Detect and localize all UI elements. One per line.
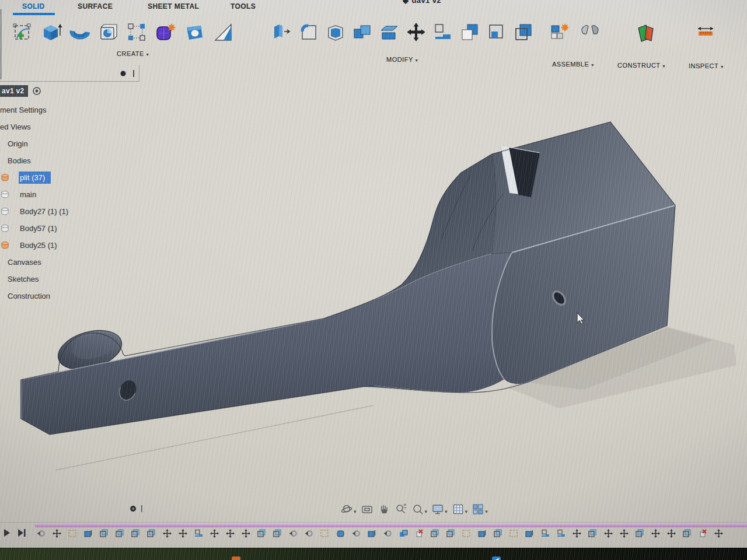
press-pull-icon[interactable] <box>271 20 293 44</box>
create-sketch-icon[interactable] <box>12 20 34 44</box>
create-dropdown-label[interactable]: CREATE <box>117 50 149 57</box>
new-component-icon[interactable] <box>549 20 571 44</box>
nav-tool[interactable] <box>340 503 357 518</box>
viewport-marker-top[interactable] <box>121 70 135 77</box>
assemble-dropdown-label[interactable]: ASSEMBLE <box>552 61 594 68</box>
construction-plane-icon[interactable] <box>635 20 657 44</box>
browser-tree-item[interactable]: Sketches <box>0 271 140 288</box>
timeline-sketch-feature-icon[interactable] <box>320 528 330 538</box>
timeline-sketch-feature-icon[interactable] <box>509 528 519 538</box>
timeline-move-feature-icon[interactable] <box>225 528 235 538</box>
replace-face-icon[interactable] <box>459 20 481 44</box>
timeline-move-feature-icon[interactable] <box>714 528 724 538</box>
tab-solid[interactable]: SOLID <box>22 2 45 10</box>
modify-dropdown-label[interactable]: MODIFY <box>386 56 418 63</box>
viewport-marker-bottom[interactable] <box>130 505 142 512</box>
display-settings-icon[interactable] <box>431 503 444 518</box>
timeline-undo-feature-icon[interactable] <box>288 528 298 538</box>
caret-down-icon[interactable] <box>445 505 448 516</box>
tab-tools[interactable]: TOOLS <box>231 2 256 10</box>
caret-down-icon[interactable] <box>425 505 428 516</box>
timeline-sketch-feature-icon[interactable] <box>462 528 472 538</box>
browser-root-component[interactable]: av1 v2 <box>0 85 41 97</box>
timeline-move-feature-icon[interactable] <box>178 528 188 538</box>
hole-icon[interactable] <box>183 20 205 44</box>
sweep-icon[interactable] <box>97 20 120 44</box>
timeline-move-feature-icon[interactable] <box>603 528 613 538</box>
thicken-icon[interactable] <box>512 20 535 44</box>
timeline-sketch-feature-icon[interactable] <box>68 528 78 538</box>
timeline-copy-feature-icon[interactable] <box>446 528 456 538</box>
browser-tree-item[interactable]: plit (37) <box>0 169 140 186</box>
timeline-copy-feature-icon[interactable] <box>146 528 156 538</box>
nav-tool[interactable] <box>452 503 468 518</box>
pan-icon[interactable] <box>378 503 390 518</box>
timeline-move-feature-icon[interactable] <box>666 528 676 538</box>
zoom-icon[interactable] <box>395 503 407 518</box>
timeline-revolve-feature-icon[interactable] <box>336 528 345 538</box>
split-body-icon[interactable] <box>378 20 400 44</box>
fit-icon[interactable] <box>411 503 424 518</box>
combine-icon[interactable] <box>351 20 374 44</box>
timeline-move-feature-icon[interactable] <box>241 528 251 538</box>
pattern-icon[interactable] <box>126 20 148 44</box>
timeline-copy-feature-icon[interactable] <box>635 528 645 538</box>
timeline-extrude-feature-icon[interactable] <box>367 528 377 538</box>
timeline-copy-feature-icon[interactable] <box>588 528 598 538</box>
browser-tree-item[interactable]: Body25 (1) <box>0 237 140 254</box>
browser-tree-item[interactable]: Body27 (1) (1) <box>0 203 140 220</box>
caret-down-icon[interactable] <box>485 505 488 516</box>
partial-icon[interactable] <box>732 20 747 44</box>
revolve-icon[interactable] <box>69 20 91 44</box>
offset-face-icon[interactable] <box>486 20 508 44</box>
timeline-copy-feature-icon[interactable] <box>99 528 109 538</box>
timeline-extrude-feature-icon[interactable] <box>525 528 535 538</box>
timeline-undo-feature-icon[interactable] <box>304 528 314 538</box>
timeline-move-feature-icon[interactable] <box>210 528 219 538</box>
timeline-align-feature-icon[interactable] <box>540 528 550 538</box>
measure-icon[interactable] <box>694 20 717 44</box>
timeline-align-feature-icon[interactable] <box>194 528 204 538</box>
browser-tree-item[interactable]: main <box>0 186 140 203</box>
nav-tool[interactable] <box>411 503 428 518</box>
timeline-copy-feature-icon[interactable] <box>273 528 282 538</box>
timeline-move-feature-icon[interactable] <box>162 528 172 538</box>
timeline-extrude-feature-icon[interactable] <box>477 528 487 538</box>
grid-icon[interactable] <box>452 503 465 518</box>
browser-tree-item[interactable]: Origin <box>0 135 140 152</box>
nav-tool[interactable] <box>431 503 448 518</box>
browser-root-label[interactable]: av1 v2 <box>0 85 28 97</box>
caret-down-icon[interactable] <box>354 505 357 516</box>
nav-tool[interactable] <box>395 503 407 518</box>
timeline-copy-feature-icon[interactable] <box>682 528 692 538</box>
timeline-copy-feature-icon[interactable] <box>493 528 503 538</box>
timeline-move-feature-icon[interactable] <box>52 528 62 538</box>
timeline-extrude-feature-icon[interactable] <box>83 528 93 538</box>
tab-sheet-metal[interactable]: SHEET METAL <box>148 2 199 10</box>
move-icon[interactable] <box>405 20 427 44</box>
construct-dropdown-label[interactable]: CONSTRUCT <box>617 62 665 69</box>
caret-down-icon[interactable] <box>465 505 468 516</box>
shell-icon[interactable] <box>324 20 347 44</box>
nav-tool[interactable] <box>378 503 390 518</box>
browser-tree-item[interactable]: ment Settings <box>0 102 140 118</box>
browser-tree-item[interactable]: Canvases <box>0 254 140 271</box>
timeline-align-feature-icon[interactable] <box>556 528 566 538</box>
browser-tree-item[interactable]: Construction <box>0 288 140 304</box>
timeline-move-feature-icon[interactable] <box>619 528 629 538</box>
browser-tree-item[interactable]: Body57 (1) <box>0 220 140 237</box>
browser-tree-item[interactable]: ed Views <box>0 118 140 135</box>
fillet-icon[interactable] <box>298 20 320 44</box>
timeline-play-icon[interactable] <box>2 528 12 540</box>
tab-surface[interactable]: SURFACE <box>78 2 113 10</box>
inspect-dropdown-label[interactable]: INSPECT <box>689 62 724 69</box>
browser-tree-item[interactable]: Bodies <box>0 152 140 169</box>
timeline-combine-feature-icon[interactable] <box>399 528 409 538</box>
timeline-undo-feature-icon[interactable] <box>36 528 46 538</box>
create-form-icon[interactable] <box>155 20 177 44</box>
look-at-icon[interactable] <box>361 503 374 518</box>
joint-icon[interactable] <box>579 20 601 44</box>
blue-app-icon[interactable] <box>491 556 501 560</box>
nav-tool[interactable] <box>472 503 488 518</box>
timeline-error-feature-icon[interactable] <box>698 528 708 538</box>
